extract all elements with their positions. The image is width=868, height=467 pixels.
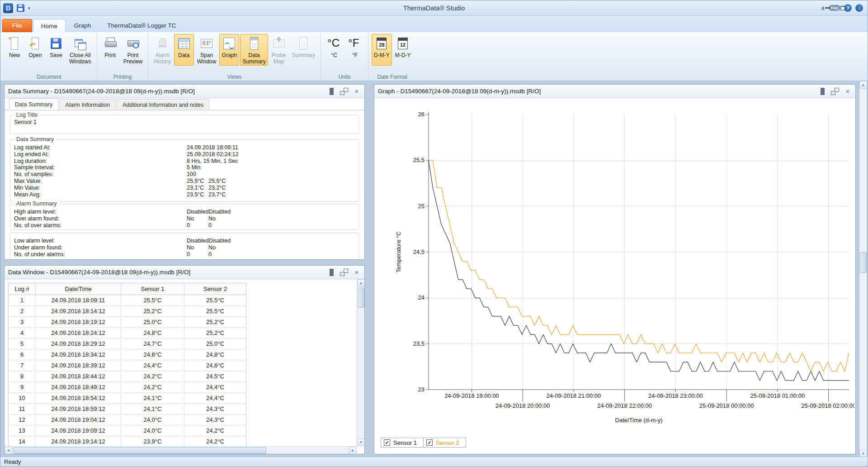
scroll-up-button[interactable]: ▲ <box>859 81 867 89</box>
ribbon-button-m-d-y[interactable]: M-D-Y <box>393 34 413 66</box>
minimize-button[interactable] <box>327 88 335 95</box>
ribbon-button-probe-map[interactable]: Probe Map <box>269 34 289 66</box>
maximize-button[interactable] <box>340 269 348 276</box>
tab-data-summary[interactable]: Data Summary <box>9 98 58 110</box>
ribbon-button-summary[interactable]: Summary <box>290 34 317 66</box>
scroll-up-button[interactable]: ▲ <box>357 279 364 287</box>
data-window-vertical-scrollbar[interactable]: ▲ ▼ <box>357 279 364 446</box>
close-button[interactable]: × <box>844 88 852 95</box>
graph-curve-icon <box>223 38 235 49</box>
quick-save-icon[interactable] <box>17 4 24 12</box>
close-button[interactable]: × <box>353 269 361 276</box>
scroll-left-button[interactable]: ◄ <box>5 447 12 454</box>
ribbon-button-f[interactable]: °F <box>345 34 365 66</box>
ribbon-button-graph[interactable]: Graph <box>219 34 239 66</box>
table-row[interactable]: 724.09.2018 18:39:1224,4°C24,6°C <box>9 360 246 371</box>
maximize-button[interactable] <box>831 88 839 95</box>
scroll-down-button[interactable]: ▼ <box>859 450 867 457</box>
close-button[interactable]: × <box>353 88 361 95</box>
ribbon-button-alarm-history[interactable]: Alarm History <box>151 34 173 66</box>
minimize-button[interactable] <box>821 3 834 13</box>
table-cell: 8 <box>9 371 36 381</box>
checkbox-icon[interactable]: ✓ <box>426 439 433 446</box>
table-cell: 24,2°C <box>184 436 246 447</box>
restore-button[interactable] <box>836 3 849 13</box>
ribbon-button-data-summary[interactable]: Data Summary <box>240 34 268 66</box>
horizontal-scroll-thumb[interactable] <box>13 447 266 454</box>
tab-graph[interactable]: Graph <box>66 19 99 32</box>
summary-row-value-1: 25.09.2018 02:24:12 <box>187 151 239 158</box>
table-row[interactable]: 124.09.2018 18:09:1125,5°C25,5°C <box>9 295 246 306</box>
ribbon-group-date-format: D-M-YM-D-YDate Format <box>368 33 416 81</box>
ribbon-button-open[interactable]: Open <box>25 34 45 66</box>
ribbon-button-label: Probe Map <box>272 52 286 65</box>
tab-additional-information-and-notes[interactable]: Additional Information and notes <box>117 99 209 110</box>
vertical-scroll-thumb[interactable] <box>358 288 364 308</box>
table-row[interactable]: 424.09.2018 18:24:1224,8°C25,2°C <box>9 328 246 338</box>
status-text: Ready <box>4 458 21 465</box>
data-window: Data Window - D15490667(24-09-2018@18 09… <box>4 265 365 454</box>
summary-row: No. of under alarms:00 <box>10 251 359 258</box>
window-title: ThermaData® Studio <box>0 5 868 12</box>
table-row[interactable]: 1024.09.2018 18:54:1224,1°C24,4°C <box>9 393 246 404</box>
summary-row-label: No. of over alarms: <box>14 222 187 229</box>
table-row[interactable]: 1424.09.2018 19:14:1223,9°C24,2°C <box>9 436 246 447</box>
legend-item-sensor-1[interactable]: ✓Sensor 1 <box>381 438 424 448</box>
log-title-groupbox: Log Title Sensor 1 <box>10 115 359 134</box>
table-row[interactable]: 224.09.2018 18:14:1225,2°C25,5°C <box>9 306 246 317</box>
tab-alarm-information[interactable]: Alarm Information <box>59 99 116 110</box>
quick-access-dropdown-icon[interactable]: ▾ <box>28 6 30 10</box>
scroll-down-button[interactable]: ▼ <box>357 438 364 446</box>
close-icon: × <box>856 4 860 12</box>
data-window-titlebar[interactable]: Data Window - D15490667(24-09-2018@18 09… <box>5 266 364 279</box>
close-button[interactable]: × <box>851 3 865 13</box>
ribbon-button-save[interactable]: Save <box>46 34 66 66</box>
workspace-vertical-scrollbar[interactable]: ▲ ▼ <box>859 81 867 457</box>
y-tick-label: 25,5 <box>413 157 425 163</box>
ribbon-button-label: Summary <box>292 52 315 65</box>
table-row[interactable]: 1324.09.2018 19:09:1224,0°C24,2°C <box>9 425 246 436</box>
minimize-button[interactable] <box>327 269 335 276</box>
maximize-button[interactable] <box>340 88 348 95</box>
column-header-sensor-1[interactable]: Sensor 1 <box>121 283 184 295</box>
column-header-log[interactable]: Log # <box>9 283 36 295</box>
y-tick-label: 25 <box>418 203 425 210</box>
table-row[interactable]: 824.09.2018 18:44:1224,2°C24,5°C <box>9 371 246 382</box>
legend-item-sensor-2[interactable]: ✓Sensor 2 <box>423 438 466 448</box>
table-cell: 24.09.2018 18:24:12 <box>36 328 121 338</box>
data-summary-window-titlebar[interactable]: Data Summary - D15490667(24-09-2018@18 0… <box>5 85 364 98</box>
y-tick-label: 23 <box>418 386 425 393</box>
ribbon-button-d-m-y[interactable]: D-M-Y <box>372 34 392 66</box>
minimize-button[interactable] <box>818 88 826 95</box>
table-row[interactable]: 324.09.2018 18:19:1225,0°C25,2°C <box>9 317 246 328</box>
table-row[interactable]: 1124.09.2018 18:59:1224,1°C24,3°C <box>9 404 246 415</box>
ribbon-button-print-preview[interactable]: Print Preview <box>121 34 145 66</box>
ribbon-button-new[interactable]: New <box>5 34 24 66</box>
graph-window-titlebar[interactable]: Graph - D15490667(24-09-2018@18 09(d-m-y… <box>374 85 855 98</box>
ribbon-button-c[interactable]: °C <box>324 34 344 66</box>
checkbox-icon[interactable]: ✓ <box>384 439 390 446</box>
app-logo-icon[interactable]: D <box>3 3 13 13</box>
graph-plot[interactable]: 24-09-2018 19:00:0024-09-2018 20:00:0024… <box>374 98 854 435</box>
ribbon-button-span-window[interactable]: Span Window <box>195 34 219 66</box>
ribbon-group-label: Units <box>321 74 368 80</box>
table-row[interactable]: 624.09.2018 18:34:1224,6°C24,8°C <box>9 349 246 360</box>
scroll-right-button[interactable]: ► <box>349 447 357 454</box>
data-grid-icon <box>178 38 190 49</box>
data-window-horizontal-scrollbar[interactable]: ◄ ► <box>5 446 357 454</box>
summary-row: No. of over alarms:00 <box>10 222 359 229</box>
column-header-sensor-2[interactable]: Sensor 2 <box>184 283 246 295</box>
tab-home[interactable]: Home <box>33 19 66 32</box>
ribbon-button-data[interactable]: Data <box>174 34 194 66</box>
table-row[interactable]: 924.09.2018 18:49:1224,2°C24,4°C <box>9 382 246 393</box>
vertical-scroll-thumb[interactable] <box>860 252 867 273</box>
tab-thermadata-logger-tc[interactable]: ThermaData® Logger TC <box>99 19 184 32</box>
table-row[interactable]: 1224.09.2018 19:04:1224,0°C24,3°C <box>9 415 246 425</box>
ribbon-button-print[interactable]: Print <box>100 34 120 66</box>
table-row[interactable]: 524.09.2018 18:29:1224,7°C25,0°C <box>9 338 246 349</box>
column-header-date-time[interactable]: Date/Time <box>36 283 121 295</box>
tab-file[interactable]: File <box>2 19 32 32</box>
summary-row: Min Value:23,1°C23,2°C <box>10 185 359 191</box>
ribbon-button-close-all-windows[interactable]: Close All Windows <box>67 34 94 66</box>
table-cell: 13 <box>9 425 36 436</box>
